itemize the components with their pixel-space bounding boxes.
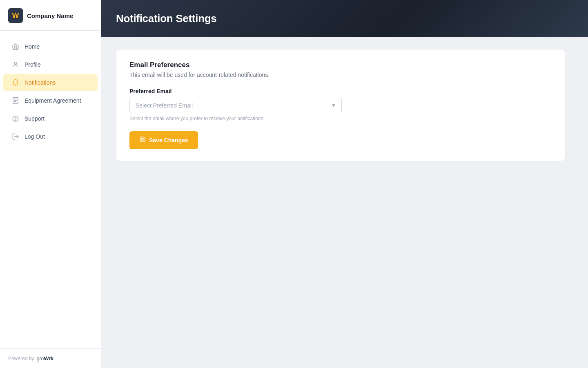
preferred-email-label: Preferred Email — [129, 88, 552, 94]
svg-point-6 — [16, 120, 16, 121]
save-icon — [139, 136, 146, 144]
sidebar-item-profile-label: Profile — [24, 61, 41, 68]
help-icon — [11, 114, 20, 123]
preferred-email-select[interactable]: Select Preferred Email — [129, 98, 342, 113]
growrk-brand: groWrk — [36, 355, 53, 361]
bell-icon — [11, 79, 20, 87]
sidebar-item-notifications-label: Notifications — [24, 79, 56, 86]
sidebar: W Company Name Home Profile — [0, 0, 101, 368]
growrk-wrk: Wrk — [44, 355, 53, 361]
sidebar-nav: Home Profile Notifications — [0, 31, 101, 348]
sidebar-item-profile[interactable]: Profile — [3, 56, 98, 73]
sidebar-item-logout-label: Log Out — [24, 133, 45, 140]
save-changes-button[interactable]: Save Changes — [129, 131, 198, 149]
sidebar-footer: Powered by groWrk — [0, 348, 101, 368]
sidebar-item-equipment-label: Equipment Agreement — [24, 97, 81, 104]
document-icon — [11, 96, 20, 105]
page-title: Notification Settings — [116, 12, 216, 25]
content-area: Email Preferences This email will be use… — [101, 37, 588, 368]
sidebar-item-support-label: Support — [24, 115, 45, 122]
field-hint: Select the email where you prefer to rec… — [129, 116, 552, 121]
home-icon — [11, 43, 20, 51]
card-title: Email Preferences — [129, 61, 552, 69]
sidebar-item-support[interactable]: Support — [3, 110, 98, 127]
profile-icon — [11, 61, 20, 69]
email-preferences-card: Email Preferences This email will be use… — [116, 49, 565, 161]
preferred-email-wrapper: Select Preferred Email ▼ — [129, 98, 342, 113]
main-area: Notification Settings Email Preferences … — [101, 0, 588, 368]
sidebar-logo: W — [8, 8, 23, 23]
sidebar-company-name: Company Name — [27, 12, 73, 19]
powered-by-label: Powered by — [8, 356, 34, 361]
sidebar-item-home-label: Home — [24, 43, 40, 50]
page-header: Notification Settings — [101, 0, 588, 37]
svg-rect-1 — [13, 98, 18, 104]
card-subtitle: This email will be used for account-rela… — [129, 72, 552, 78]
growrk-gro: gro — [36, 355, 44, 361]
save-button-label: Save Changes — [149, 137, 188, 144]
sidebar-item-logout[interactable]: Log Out — [3, 128, 98, 145]
sidebar-item-home[interactable]: Home — [3, 38, 98, 55]
sidebar-item-equipment-agreement[interactable]: Equipment Agreement — [3, 92, 98, 109]
logout-icon — [11, 132, 20, 141]
svg-point-0 — [14, 62, 17, 65]
sidebar-item-notifications[interactable]: Notifications — [3, 74, 98, 91]
sidebar-brand: W Company Name — [0, 0, 101, 31]
